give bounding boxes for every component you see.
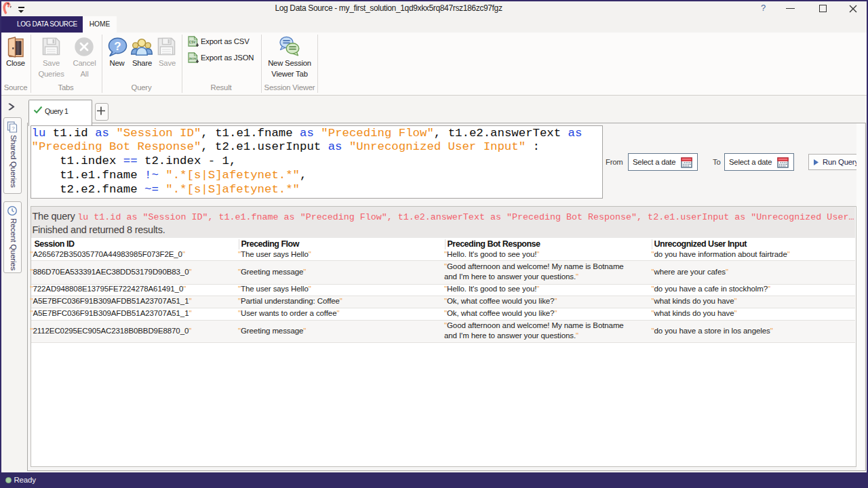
svg-text:JSON: JSON [189, 57, 196, 60]
svg-text:?: ? [12, 125, 15, 131]
svg-text:CSV: CSV [189, 41, 196, 44]
svg-text:?: ? [114, 40, 121, 53]
